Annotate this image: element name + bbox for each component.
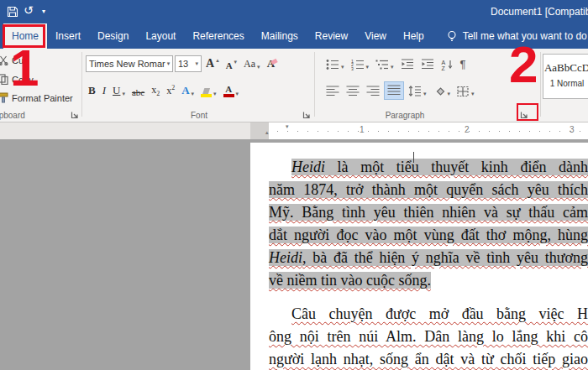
tab-layout[interactable]: Layout xyxy=(137,23,184,49)
chevron-down-icon: ▾ xyxy=(366,64,370,70)
align-right-icon xyxy=(366,85,380,97)
document-line[interactable]: năm 1874, trở thành một quyển sách yêu t… xyxy=(269,179,588,201)
multilevel-list-button[interactable]: ▾ xyxy=(373,55,396,73)
ruler[interactable]: 1 2 3 ▾ ▴ xyxy=(0,122,588,139)
selected-text: Heidi, bà đã thể hiện ý nghĩa về tình yê… xyxy=(269,249,588,266)
clear-formatting-button[interactable]: A xyxy=(265,55,280,73)
tab-insert[interactable]: Insert xyxy=(47,23,89,49)
font-name-combo[interactable]: Times New Romar ▾ xyxy=(86,55,173,72)
align-left-icon xyxy=(326,85,339,97)
font-dialog-launcher[interactable] xyxy=(302,111,311,119)
superscript-button[interactable]: x2 xyxy=(164,81,177,100)
numbering-button[interactable]: 123 ▾ xyxy=(349,55,372,73)
dialog-launcher-icon xyxy=(71,111,79,119)
selected-text: Mỹ. Bằng tình yêu thiên nhiên và sự thấu… xyxy=(269,204,588,221)
format-painter-icon xyxy=(0,92,8,103)
text-highlight-button[interactable]: ▾ xyxy=(198,81,219,100)
italic-button[interactable]: I xyxy=(100,81,108,100)
strikethrough-button[interactable]: abc xyxy=(129,81,147,100)
bold-button[interactable]: B xyxy=(86,81,98,100)
borders-button[interactable]: ▾ xyxy=(454,81,477,100)
style-normal-item[interactable]: AaBbCcD 1 Normal xyxy=(543,54,588,99)
justify-icon xyxy=(387,84,401,96)
document-line[interactable]: dắt người đọc vào một vùng đất thơ mộng,… xyxy=(269,224,588,247)
first-line-indent-marker[interactable]: ▾ xyxy=(286,123,289,130)
font-color-button[interactable]: A ▾ xyxy=(221,81,242,100)
tab-references[interactable]: References xyxy=(184,23,252,49)
style-preview-text: AaBbCcD xyxy=(543,61,588,75)
borders-grid-icon xyxy=(457,86,470,97)
clipboard-dialog-launcher[interactable] xyxy=(71,111,79,119)
dialog-launcher-icon xyxy=(302,111,311,119)
show-paragraph-marks-button[interactable]: ¶ xyxy=(458,55,469,73)
align-center-icon xyxy=(346,85,360,97)
font-color-icon: A xyxy=(223,85,234,97)
shrink-font-button[interactable]: A ▾ xyxy=(223,55,239,73)
save-icon[interactable] xyxy=(7,6,18,18)
chevron-down-icon: ▾ xyxy=(234,59,238,65)
chevron-down-icon: ▾ xyxy=(236,91,239,97)
chevron-down-icon: ▾ xyxy=(257,64,260,70)
paragraph-group: ▾ 123 ▾ ▾ xyxy=(317,49,540,122)
undo-icon[interactable]: ↺ xyxy=(24,3,34,17)
tab-mailings[interactable]: Mailings xyxy=(253,23,307,49)
subscript-button[interactable]: x2 xyxy=(149,81,162,100)
text-effects-button[interactable]: A ▾ xyxy=(179,81,197,100)
align-left-button[interactable] xyxy=(323,81,342,100)
document-line[interactable]: Câu chuyện được mở đầu bằng việc H xyxy=(269,303,588,326)
copy-icon xyxy=(0,74,8,85)
bullets-button[interactable]: ▾ xyxy=(323,55,347,73)
chevron-down-icon: ▾ xyxy=(167,60,171,67)
highlighter-icon xyxy=(201,88,212,97)
document-line[interactable]: Mỹ. Bằng tình yêu thiên nhiên và sự thấu… xyxy=(269,201,588,224)
title-bar: ↺ ▾ Document1 [Compatibilit xyxy=(0,0,588,23)
chevron-down-icon: ▾ xyxy=(213,91,217,97)
align-center-button[interactable] xyxy=(344,81,362,100)
sort-icon: AZ xyxy=(441,59,454,70)
tab-review[interactable]: Review xyxy=(307,23,356,49)
quick-access-caret-icon[interactable]: ▾ xyxy=(42,8,45,15)
ruler-number: 3 xyxy=(570,125,575,134)
sort-button[interactable]: AZ xyxy=(438,55,456,73)
chevron-down-icon: ▾ xyxy=(195,60,198,67)
chevron-down-icon: ▾ xyxy=(448,91,451,97)
bullet-list-icon xyxy=(326,59,339,70)
italic-glyph: I xyxy=(102,84,106,97)
document-line[interactable]: người lạnh nhạt, sống ẩn dật và từ chối … xyxy=(269,348,588,370)
document-line[interactable]: ông nội trên núi Alm. Dân làng lo lắng k… xyxy=(269,326,588,348)
justify-button[interactable] xyxy=(384,81,404,100)
font-group: Times New Romar ▾ 13 ▾ A ▴ A ▾ Aa ▾ xyxy=(84,49,314,122)
ruler-number: 1 xyxy=(360,125,365,134)
text-cursor xyxy=(413,152,414,163)
align-right-button[interactable] xyxy=(364,81,382,100)
line-spacing-icon xyxy=(408,85,422,97)
superscript-glyph: x2 xyxy=(166,84,175,97)
tab-view[interactable]: View xyxy=(356,23,395,49)
grow-font-glyph: A xyxy=(206,57,214,70)
grow-font-button[interactable]: A ▴ xyxy=(203,55,222,73)
ribbon-tab-bar: Home Insert Design Layout References Mai… xyxy=(0,23,588,49)
underline-button[interactable]: U ▾ xyxy=(110,81,128,100)
document-line[interactable]: Heidi, bà đã thể hiện ý nghĩa về tình yê… xyxy=(269,247,588,269)
selected-text: năm 1874, trở thành một quyển sách yêu t… xyxy=(269,181,588,198)
page[interactable]: Heidi là một tiểu thuyết kinh điển dành … xyxy=(250,143,588,370)
clipboard-group-label: Clipboard xyxy=(0,111,25,120)
font-name-value: Times New Romar xyxy=(89,59,165,69)
group-separator xyxy=(540,52,541,117)
decrease-indent-button[interactable] xyxy=(398,55,417,73)
hanging-indent-marker[interactable]: ▴ xyxy=(265,129,269,136)
change-case-button[interactable]: Aa ▾ xyxy=(241,55,263,73)
document-line[interactable]: về niềm tin vào cuộc sống. xyxy=(269,269,588,292)
tab-help[interactable]: Help xyxy=(395,23,433,49)
font-size-value: 13 xyxy=(178,59,188,69)
underline-glyph: U xyxy=(113,84,120,97)
eraser-icon xyxy=(270,59,278,65)
paragraph-group-label: Paragraph xyxy=(317,111,540,120)
line-spacing-button[interactable]: ▾ xyxy=(406,81,429,100)
document-line[interactable]: Heidi là một tiểu thuyết kinh điển dành xyxy=(269,156,588,179)
shading-button[interactable]: ▾ xyxy=(431,81,454,100)
tab-design[interactable]: Design xyxy=(89,23,137,49)
caret-up-icon: ▴ xyxy=(216,57,219,64)
increase-indent-button[interactable] xyxy=(418,55,437,73)
font-size-combo[interactable]: 13 ▾ xyxy=(175,55,202,72)
